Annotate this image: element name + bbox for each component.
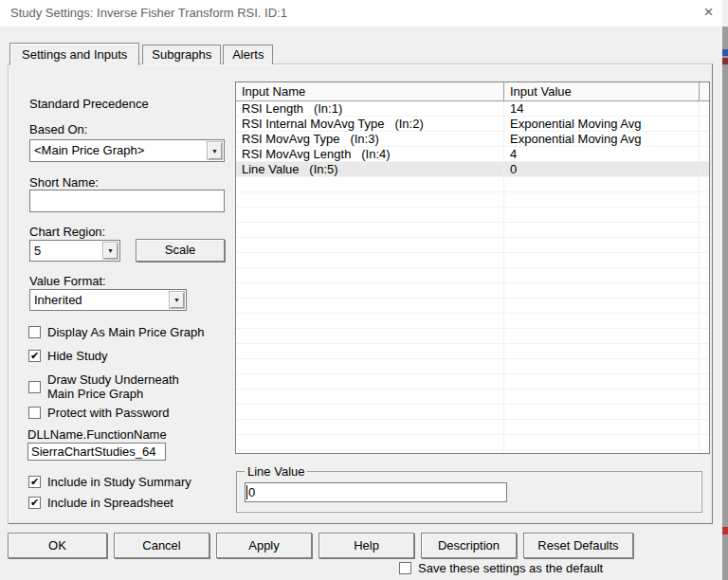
checkbox-box[interactable]: [28, 350, 41, 362]
table-row[interactable]: [236, 223, 709, 238]
scale-button[interactable]: Scale: [136, 239, 225, 262]
checkbox-box[interactable]: [399, 562, 411, 574]
input-name-cell: RSI MovAvg Type (In:3): [236, 132, 504, 146]
input-name-cell: RSI MovAvg Length (In:4): [236, 147, 504, 161]
close-icon[interactable]: ×: [695, 0, 722, 27]
table-row[interactable]: RSI Length (In:1)14: [236, 101, 709, 117]
ok-button[interactable]: OK: [8, 533, 107, 558]
inputs-table-body: RSI Length (In:1)14RSI Internal MovAvg T…: [236, 101, 709, 454]
input-name-cell: [236, 223, 504, 237]
table-row[interactable]: [236, 177, 709, 192]
chevron-down-icon[interactable]: ▼: [102, 242, 118, 260]
table-row[interactable]: [236, 329, 709, 344]
short-name-input[interactable]: [29, 190, 225, 212]
table-row[interactable]: [236, 435, 709, 450]
table-row[interactable]: [236, 283, 709, 299]
input-value-cell: [504, 238, 700, 252]
table-row[interactable]: RSI MovAvg Type (In:3)Exponential Moving…: [236, 132, 709, 147]
table-row[interactable]: [236, 238, 709, 253]
save-settings-default-checkbox[interactable]: Save these settings as the default: [399, 561, 603, 575]
short-name-label: Short Name:: [29, 175, 99, 190]
table-filler-cell: [700, 283, 709, 298]
input-value-cell: [504, 344, 700, 358]
input-name-cell: RSI Length (In:1): [236, 101, 504, 116]
table-filler-cell: [700, 405, 709, 419]
table-row[interactable]: [236, 314, 709, 329]
help-button[interactable]: Help: [318, 533, 414, 558]
table-row[interactable]: [236, 208, 709, 223]
value-format-select[interactable]: Inherited ▼: [29, 289, 187, 311]
based-on-select[interactable]: <Main Price Graph> ▼: [29, 139, 225, 162]
table-filler-cell: [700, 420, 709, 434]
table-row[interactable]: [236, 420, 709, 435]
table-row[interactable]: [236, 344, 709, 359]
tab-bar: Settings and Inputs Subgraphs Alerts: [9, 42, 275, 64]
based-on-value: <Main Price Graph>: [30, 140, 206, 161]
reset-defaults-button[interactable]: Reset Defaults: [523, 533, 633, 558]
table-filler-cell: [700, 253, 709, 267]
checkbox-box[interactable]: [28, 476, 41, 488]
input-name-cell: [236, 390, 504, 404]
include-in-study-summary-checkbox[interactable]: Include in Study Summary: [28, 475, 191, 489]
table-row[interactable]: [236, 390, 709, 405]
column-header-input-name[interactable]: Input Name: [236, 82, 504, 100]
chevron-down-icon[interactable]: ▼: [169, 291, 185, 309]
table-row[interactable]: [236, 253, 709, 268]
table-row[interactable]: [236, 450, 709, 454]
input-value-cell: [504, 314, 700, 328]
input-name-cell: [236, 329, 504, 343]
column-header-input-value[interactable]: Input Value: [504, 82, 700, 100]
table-row[interactable]: [236, 359, 709, 374]
checkbox-box[interactable]: [28, 407, 41, 419]
table-row[interactable]: [236, 268, 709, 283]
apply-button[interactable]: Apply: [216, 533, 312, 558]
screen-edge-artifact: [722, 527, 728, 535]
checkbox-label: Display As Main Price Graph: [47, 325, 204, 339]
input-name-cell: [236, 192, 504, 207]
include-in-spreadsheet-checkbox[interactable]: Include in Spreadsheet: [28, 496, 173, 510]
table-filler-cell: [700, 101, 709, 116]
column-header-filler: [700, 82, 709, 100]
input-value-cell: [504, 450, 700, 454]
input-value-cell: [504, 359, 700, 373]
display-as-main-price-graph-checkbox[interactable]: Display As Main Price Graph: [28, 325, 204, 339]
input-name-cell: [236, 314, 504, 328]
table-row[interactable]: [236, 405, 709, 420]
table-row[interactable]: RSI Internal MovAvg Type (In:2)Exponenti…: [236, 117, 709, 132]
checkbox-label: Draw Study Underneath Main Price Graph: [47, 372, 179, 401]
table-row[interactable]: Line Value (In:5)0: [236, 162, 709, 177]
checkbox-box[interactable]: [28, 326, 41, 338]
tab-settings-and-inputs[interactable]: Settings and Inputs: [9, 43, 139, 65]
input-value-cell: [504, 253, 700, 267]
line-value-input[interactable]: 0: [245, 482, 507, 502]
table-filler-cell: [700, 162, 709, 176]
table-row[interactable]: [236, 299, 709, 314]
titlebar[interactable]: Study Settings: Inverse Fisher Transform…: [0, 0, 722, 27]
checkbox-box[interactable]: [28, 381, 41, 393]
checkbox-box[interactable]: [28, 497, 41, 509]
tab-alerts[interactable]: Alerts: [223, 45, 273, 64]
tab-subgraphs[interactable]: Subgraphs: [142, 45, 221, 64]
chart-region-select[interactable]: 5 ▼: [29, 240, 120, 262]
screen-edge-artifact: [722, 49, 728, 56]
cancel-button[interactable]: Cancel: [114, 533, 209, 558]
input-value-cell: [504, 177, 700, 191]
chevron-down-icon[interactable]: ▼: [207, 141, 223, 160]
value-format-label: Value Format:: [29, 274, 106, 288]
input-value-cell: [504, 329, 700, 343]
dll-function-input[interactable]: SierraChartStudies_64: [27, 443, 166, 461]
table-filler-cell: [700, 390, 709, 404]
input-value-cell: 4: [504, 147, 700, 161]
input-name-cell: [236, 405, 504, 419]
input-name-cell: [236, 299, 504, 313]
table-filler-cell: [700, 177, 709, 191]
hide-study-checkbox[interactable]: Hide Study: [28, 349, 108, 363]
protect-with-password-checkbox[interactable]: Protect with Password: [28, 406, 170, 420]
table-row[interactable]: [236, 192, 709, 208]
draw-study-underneath-checkbox[interactable]: Draw Study Underneath Main Price Graph: [28, 372, 179, 401]
input-name-cell: [236, 359, 504, 373]
description-button[interactable]: Description: [421, 533, 517, 558]
dll-function-label: DLLName.FunctionName: [27, 427, 167, 442]
table-row[interactable]: RSI MovAvg Length (In:4)4: [236, 147, 709, 162]
table-row[interactable]: [236, 374, 709, 390]
